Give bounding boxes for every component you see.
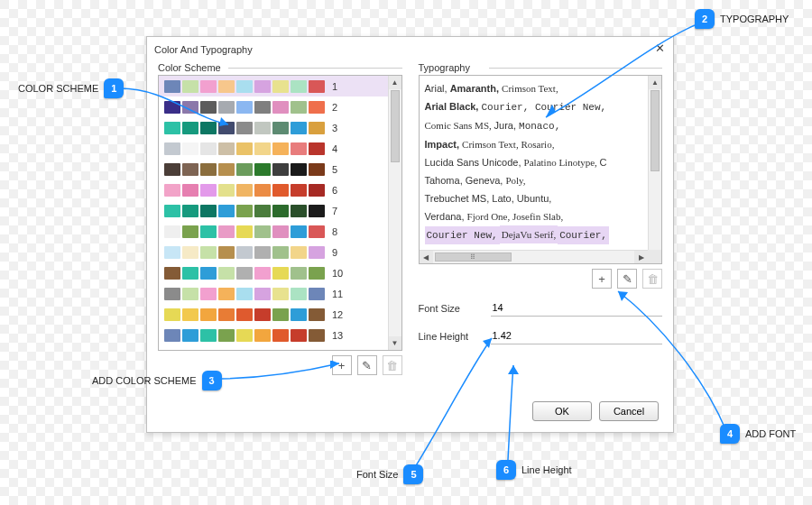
scroll-thumb-horizontal[interactable]: ⠿	[435, 252, 512, 262]
callout-3: ADD COLOR SCHEME 3	[92, 371, 222, 390]
scheme-number: 3	[332, 123, 346, 133]
swatch	[236, 122, 253, 134]
callout-2-bubble: 2	[695, 9, 715, 29]
swatch	[309, 205, 325, 217]
swatch	[200, 225, 217, 238]
swatch	[254, 329, 271, 342]
swatch	[182, 122, 198, 134]
swatch	[164, 308, 180, 321]
delete-font-button[interactable]: 🗑	[642, 269, 662, 289]
edit-font-button[interactable]: ✎	[617, 269, 637, 289]
color-scheme-row[interactable]: 1	[159, 76, 401, 96]
delete-color-scheme-button[interactable]: 🗑	[383, 355, 402, 375]
close-icon[interactable]: ✕	[651, 41, 668, 57]
typography-row[interactable]: Verdana, Fjord One, Josefin Slab,	[425, 207, 646, 225]
font-sample: Poly,	[505, 175, 525, 186]
color-scheme-row[interactable]: 5	[159, 159, 401, 179]
scroll-down-icon[interactable]: ▼	[389, 336, 401, 350]
line-height-row: Line Height	[419, 327, 663, 344]
scheme-number: 11	[332, 289, 346, 299]
font-sample: Crimson Text,	[502, 83, 558, 94]
color-scheme-row[interactable]: 2	[159, 96, 401, 117]
swatch	[254, 225, 271, 238]
swatch	[272, 122, 289, 134]
scrollbar-horizontal[interactable]: ◀ ⠿ ▶	[420, 250, 649, 263]
cancel-button[interactable]: Cancel	[599, 401, 659, 421]
scheme-number: 10	[332, 268, 346, 279]
font-sample: Comic Sans MS,	[425, 120, 494, 131]
swatch	[291, 101, 307, 114]
swatch	[309, 142, 325, 155]
add-font-button[interactable]: +	[592, 269, 612, 289]
typography-row[interactable]: Comic Sans MS, Jura, Monaco,	[425, 116, 646, 135]
swatch	[200, 80, 217, 93]
scheme-number: 2	[332, 102, 346, 113]
group-color-scheme: Color Scheme 12345678910111213 ▲ ▼ + ✎ 🗑	[158, 62, 402, 375]
typography-row[interactable]: Lucida Sans Unicode, Palatino Linotype, …	[425, 153, 646, 171]
ok-button[interactable]: OK	[532, 401, 592, 421]
scroll-right-icon[interactable]: ▶	[634, 251, 648, 263]
typography-row[interactable]: Courier New, DejaVu Serif, Courier,	[425, 225, 646, 244]
callout-5: Font Size 5	[356, 464, 423, 484]
swatch	[272, 225, 289, 238]
font-size-input[interactable]	[491, 299, 663, 317]
swatch	[218, 101, 235, 114]
line-height-input[interactable]	[491, 327, 663, 344]
group-label-color: Color Scheme	[158, 62, 402, 73]
scroll-left-icon[interactable]: ◀	[420, 251, 433, 263]
swatch	[182, 101, 198, 114]
typography-row[interactable]: Arial Black, Courier, Courier New,	[425, 97, 646, 116]
swatch	[218, 205, 235, 217]
swatch	[272, 267, 289, 280]
color-scheme-row[interactable]: 3	[159, 117, 401, 138]
font-sample: Trebuchet MS,	[425, 193, 493, 204]
swatch	[200, 267, 217, 280]
swatch	[218, 288, 235, 300]
typography-row[interactable]: Impact, Crimson Text, Rosario,	[425, 135, 646, 153]
edit-color-scheme-button[interactable]: ✎	[357, 355, 377, 375]
scrollbar-vertical[interactable]: ▲ ▼	[648, 76, 661, 263]
swatch	[291, 80, 307, 93]
swatch	[164, 163, 180, 176]
color-scheme-row[interactable]: 6	[159, 179, 401, 200]
scroll-thumb[interactable]	[391, 90, 400, 162]
color-scheme-row[interactable]: 12	[159, 304, 401, 325]
color-scheme-list[interactable]: 12345678910111213 ▲ ▼	[158, 75, 402, 351]
add-color-scheme-button[interactable]: +	[332, 355, 352, 375]
swatch	[164, 225, 180, 238]
swatch	[218, 122, 235, 134]
typography-row[interactable]: Trebuchet MS, Lato, Ubuntu,	[425, 189, 646, 207]
callout-4-bubble: 4	[720, 424, 740, 444]
callout-5-label: Font Size	[356, 469, 398, 480]
scroll-thumb[interactable]	[651, 90, 660, 171]
swatch	[164, 80, 180, 93]
swatch	[291, 246, 307, 259]
swatch	[164, 288, 180, 300]
color-scheme-row[interactable]: 11	[159, 283, 401, 304]
color-scheme-row[interactable]: 13	[159, 325, 401, 345]
callout-4: 4 ADD FONT	[720, 424, 796, 444]
typography-list[interactable]: Arial, Amaranth, Crimson Text, Arial Bla…	[419, 75, 663, 264]
callout-3-label: ADD COLOR SCHEME	[92, 375, 197, 386]
typography-row[interactable]: Tahoma, Geneva, Poly,	[425, 171, 646, 189]
swatch	[254, 80, 271, 93]
color-scheme-row[interactable]: 10	[159, 262, 401, 283]
swatch	[236, 184, 253, 197]
swatch	[272, 288, 289, 300]
font-sample: DejaVu Serif,	[500, 225, 558, 243]
callout-2-label: TYPOGRAPHY	[720, 14, 789, 24]
color-scheme-row[interactable]: 4	[159, 138, 401, 159]
swatch	[272, 329, 289, 342]
dialog-title: Color And Typography	[154, 44, 253, 55]
font-sample: Fjord One,	[467, 211, 512, 222]
swatch	[218, 142, 235, 155]
scroll-up-icon[interactable]: ▲	[389, 76, 401, 89]
scroll-up-icon[interactable]: ▲	[649, 76, 661, 89]
color-scheme-row[interactable]: 7	[159, 200, 401, 221]
color-scheme-row[interactable]: 8	[159, 221, 401, 242]
scheme-number: 6	[332, 185, 346, 196]
typography-row[interactable]: Arial, Amaranth, Crimson Text,	[425, 79, 646, 97]
scrollbar-vertical[interactable]: ▲ ▼	[388, 76, 401, 350]
color-scheme-row[interactable]: 9	[159, 242, 401, 262]
swatch	[164, 246, 180, 259]
